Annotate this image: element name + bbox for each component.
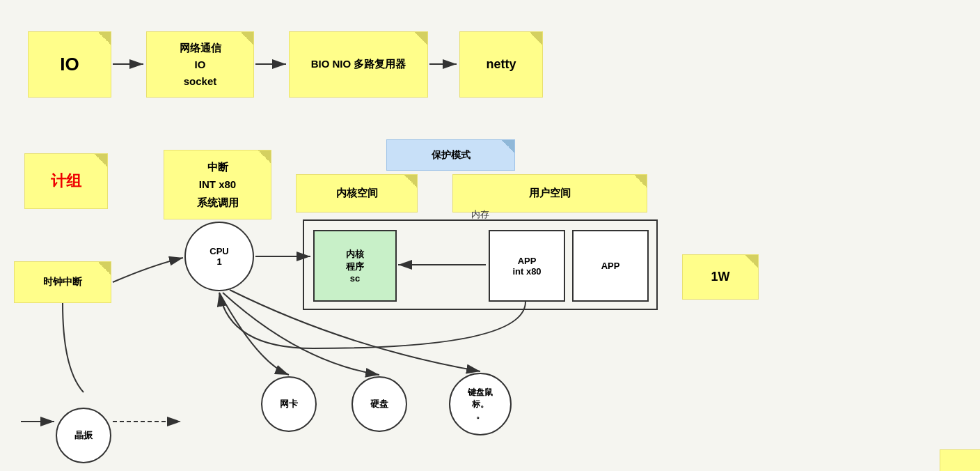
keyboard-node: 键盘鼠标。。 xyxy=(449,373,512,435)
jizu-label: 计组 xyxy=(51,171,81,192)
protect-mode-node: 保护模式 xyxy=(386,139,515,171)
network-label: 网络通信IOsocket xyxy=(180,40,221,90)
netty-node: netty xyxy=(459,31,543,98)
jizu-node: 计组 xyxy=(24,153,108,209)
clock-interrupt-node: 时钟中断 xyxy=(14,261,111,303)
w1-label: 1W xyxy=(711,270,730,284)
kernel-space-label: 内核空间 xyxy=(336,187,378,200)
memory-label: 内存 xyxy=(471,208,489,221)
kernel-program-box: 内核程序sc xyxy=(313,230,397,302)
interrupt-label: 中断INT x80系统调用 xyxy=(197,158,239,212)
app-label: APP xyxy=(601,261,620,271)
canvas: IO 网络通信IOsocket BIO NIO 多路复用器 netty 计组 中… xyxy=(0,0,980,471)
wangka-label: 网卡 xyxy=(280,398,298,410)
app-box: APP xyxy=(572,230,649,302)
clock-interrupt-label: 时钟中断 xyxy=(43,276,82,288)
cpu-node: CPU1 xyxy=(184,222,254,291)
network-node: 网络通信IOsocket xyxy=(146,31,254,98)
netty-label: netty xyxy=(486,57,516,72)
jingzhen-node: 晶振 xyxy=(56,408,111,463)
interrupt-node: 中断INT x80系统调用 xyxy=(164,150,271,219)
w1-node: 1W xyxy=(682,254,759,300)
io-label: IO xyxy=(60,54,79,75)
app-int-box: APPint x80 xyxy=(489,230,565,302)
harddisk-node: 硬盘 xyxy=(351,376,407,432)
harddisk-label: 硬盘 xyxy=(370,398,388,410)
keyboard-label: 键盘鼠标。。 xyxy=(468,387,493,422)
partial-bottom-right xyxy=(940,449,980,471)
kernel-space-node: 内核空间 xyxy=(296,174,418,213)
jingzhen-label: 晶振 xyxy=(74,429,93,442)
cpu-label: CPU1 xyxy=(210,246,228,267)
bio-nio-node: BIO NIO 多路复用器 xyxy=(289,31,428,98)
user-space-node: 用户空间 xyxy=(452,174,647,213)
app-int-label: APPint x80 xyxy=(512,256,541,277)
protect-mode-label: 保护模式 xyxy=(432,149,471,162)
io-node: IO xyxy=(28,31,111,98)
memory-outer-box: 内存 内核程序sc APPint x80 APP xyxy=(303,219,658,310)
kernel-program-label: 内核程序sc xyxy=(346,248,364,284)
user-space-label: 用户空间 xyxy=(529,187,571,200)
wangka-node: 网卡 xyxy=(261,376,317,432)
bio-nio-label: BIO NIO 多路复用器 xyxy=(311,58,406,71)
